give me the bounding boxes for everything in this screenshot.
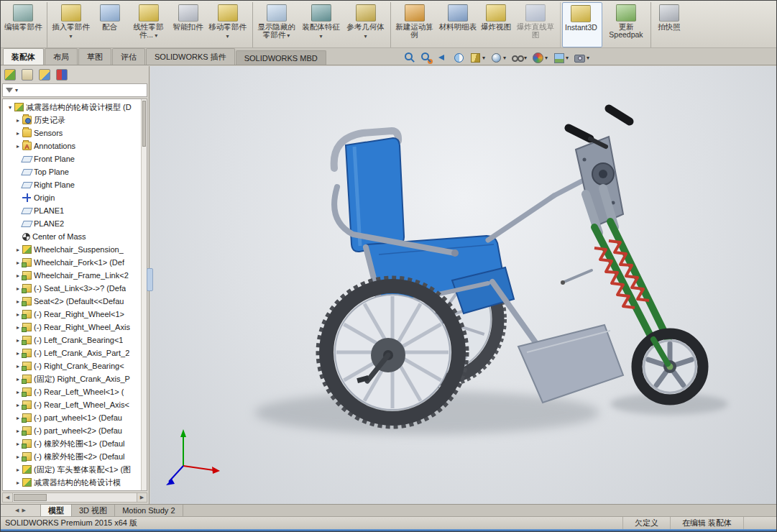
ribbon-button[interactable]: 材料明细表 xyxy=(437,2,479,47)
document-tab[interactable]: Motion Study 2 xyxy=(115,505,183,516)
tree-item[interactable]: Wheelchair_Fork<1> (Def xyxy=(3,256,147,269)
document-tab[interactable]: 3D 视图 xyxy=(72,505,115,516)
tree-expand-icon[interactable] xyxy=(14,467,22,473)
tree-item[interactable]: (-) Left_Crank_Bearing<1 xyxy=(3,334,147,347)
tree-item[interactable]: Seat<2> (Default<<Defau xyxy=(3,295,147,308)
tree-item[interactable]: Annotations xyxy=(3,139,147,152)
view-tool[interactable] xyxy=(553,52,569,63)
tree-item[interactable]: 减震器结构的轮椅设计模型 (D xyxy=(3,101,147,114)
tree-item[interactable]: (-) Right_Crank_Bearing< xyxy=(3,359,147,372)
command-tab[interactable]: 评估 xyxy=(112,48,145,65)
ribbon-button[interactable]: Instant3D xyxy=(562,2,602,47)
tree-item[interactable]: (-) 橡胶外轮圈<2> (Defaul xyxy=(3,450,147,463)
graphics-area[interactable] xyxy=(150,66,776,504)
ribbon-button[interactable]: 拍快照 xyxy=(653,2,686,47)
command-tab[interactable]: SOLIDWORKS 插件 xyxy=(146,48,235,65)
tab-scroll-left-icon[interactable]: ◀ xyxy=(15,508,19,513)
tree-item[interactable]: (固定) Right_Crank_Axis_P xyxy=(3,372,147,385)
ribbon-button[interactable]: 爆炸直线草图 xyxy=(513,2,561,47)
ribbon-button[interactable]: 参考几何体 xyxy=(344,2,391,47)
tree-expand-icon[interactable] xyxy=(14,350,22,357)
tree-expand-icon[interactable] xyxy=(6,104,14,111)
tree-item[interactable]: PLANE2 xyxy=(3,217,147,230)
view-tool[interactable] xyxy=(490,52,506,63)
scroll-right-icon[interactable]: ▶ xyxy=(137,493,147,502)
tree-item[interactable]: (-) 橡胶外轮圈<1> (Defaul xyxy=(3,437,147,450)
ribbon-button[interactable]: 移动零部件 xyxy=(206,2,253,47)
tree-item[interactable]: Sensors xyxy=(3,127,147,139)
command-tab[interactable]: SOLIDWORKS MBD xyxy=(236,50,326,65)
ribbon-button[interactable]: 显示隐藏的零部件 xyxy=(254,2,299,47)
ribbon-button[interactable]: 新建运动算例 xyxy=(392,2,437,47)
tree-item[interactable]: (-) part_wheel<2> (Defau xyxy=(3,424,147,437)
tree-item[interactable]: Front Plane xyxy=(3,152,147,165)
tree-expand-icon[interactable] xyxy=(14,415,22,421)
tree-item[interactable]: Wheelchair_Suspension_ xyxy=(3,243,147,256)
tree-expand-icon[interactable] xyxy=(14,285,22,292)
ribbon-button[interactable]: 智能扣件 xyxy=(171,2,206,47)
view-tool[interactable] xyxy=(532,52,548,63)
front-fork-assembly[interactable] xyxy=(554,109,676,361)
tab-scroll-controls[interactable]: ◀ ▶ xyxy=(1,505,41,516)
view-tool[interactable] xyxy=(436,52,448,63)
tree-expand-icon[interactable] xyxy=(14,389,22,395)
ribbon-button[interactable]: 更新 Speedpak xyxy=(604,2,651,47)
panel-tab[interactable] xyxy=(22,69,33,81)
handlebar[interactable] xyxy=(569,109,630,147)
command-tab[interactable]: 草图 xyxy=(78,48,111,65)
command-tab[interactable]: 装配体 xyxy=(3,48,44,65)
command-tab[interactable]: 布局 xyxy=(45,48,78,65)
tree-hscroll-thumb[interactable] xyxy=(14,494,47,501)
view-tool[interactable] xyxy=(511,52,527,63)
view-tool[interactable] xyxy=(403,52,415,63)
tree-item[interactable]: (-) Seat_Link<3>->? (Defa xyxy=(3,282,147,295)
tree-item[interactable]: (固定) 车头整体装配<1> (图 xyxy=(3,463,147,476)
tree-item[interactable]: Top Plane xyxy=(3,165,147,178)
tree-item[interactable]: Center of Mass xyxy=(3,230,147,243)
tree-expand-icon[interactable] xyxy=(14,311,22,318)
filter-caret-icon[interactable]: ▾ xyxy=(15,87,18,93)
tree-vertical-scrollbar[interactable] xyxy=(141,99,147,490)
panel-tab[interactable] xyxy=(56,69,68,81)
tree-expand-icon[interactable] xyxy=(14,272,22,279)
tree-expand-icon[interactable] xyxy=(14,298,22,305)
tree-item[interactable]: (-) Rear_Right_Wheel<1> xyxy=(3,308,147,321)
tree-vscroll-thumb[interactable] xyxy=(142,101,146,147)
tree-expand-icon[interactable] xyxy=(14,441,22,447)
document-tab[interactable]: 模型 xyxy=(41,505,72,516)
tree-item[interactable]: (-) Left_Crank_Axis_Part_2 xyxy=(3,347,147,359)
tree-item[interactable]: (-) part_wheel<1> (Defau xyxy=(3,411,147,424)
view-tool[interactable] xyxy=(574,52,589,63)
tree-item[interactable]: PLANE1 xyxy=(3,204,147,217)
view-tool[interactable] xyxy=(453,52,464,63)
panel-tab[interactable] xyxy=(4,69,16,81)
tree-expand-icon[interactable] xyxy=(14,117,22,124)
tab-scroll-right-icon[interactable]: ▶ xyxy=(22,508,26,513)
tree-item[interactable]: (-) Rear_Left_Wheel<1> ( xyxy=(3,385,147,398)
tree-expand-icon[interactable] xyxy=(14,337,22,344)
ribbon-button[interactable]: 配合 xyxy=(93,2,127,47)
tree-horizontal-scrollbar[interactable]: ◀ ▶ xyxy=(2,492,147,503)
tree-item[interactable]: (-) Rear_Left_Wheel_Axis< xyxy=(3,398,147,411)
rear-left-wheel[interactable] xyxy=(318,278,466,426)
tree-expand-icon[interactable] xyxy=(14,247,22,253)
ribbon-button[interactable]: 插入零部件 xyxy=(49,2,93,47)
view-tool[interactable] xyxy=(469,52,485,63)
tree-expand-icon[interactable] xyxy=(14,454,22,460)
tree-expand-icon[interactable] xyxy=(14,260,22,266)
panel-tab[interactable] xyxy=(39,69,50,81)
ribbon-button[interactable]: 爆炸视图 xyxy=(479,2,513,47)
tree-item[interactable]: Origin xyxy=(3,191,147,204)
ribbon-button[interactable]: 装配体特征 xyxy=(299,2,344,47)
tree-expand-icon[interactable] xyxy=(14,376,22,382)
view-tool[interactable] xyxy=(420,52,431,63)
scroll-left-icon[interactable]: ◀ xyxy=(3,493,13,502)
tree-expand-icon[interactable] xyxy=(14,130,22,137)
front-wheel[interactable] xyxy=(637,334,703,400)
tree-expand-icon[interactable] xyxy=(14,363,22,370)
tree-expand-icon[interactable] xyxy=(14,428,22,434)
tree-expand-icon[interactable] xyxy=(14,480,22,486)
ribbon-button[interactable]: 线性零部件... xyxy=(127,2,171,47)
tree-item[interactable]: 减震器结构的轮椅设计模 xyxy=(3,476,147,489)
tree-item[interactable]: (-) Rear_Right_Wheel_Axis xyxy=(3,321,147,334)
